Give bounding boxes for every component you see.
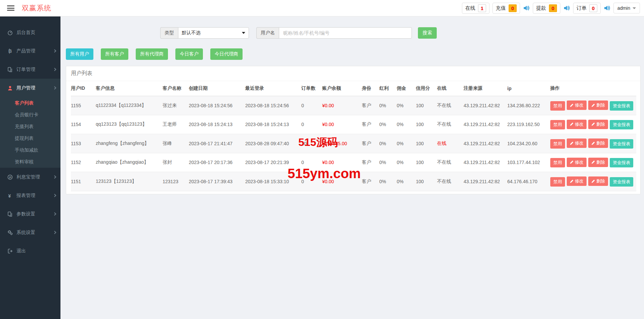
fund-report-button[interactable]: 资金报表 bbox=[610, 177, 633, 187]
cell-orders: 0 bbox=[301, 115, 322, 134]
menu-icon[interactable] bbox=[7, 5, 14, 11]
search-form: 类型 默认不选 用户名 搜索 bbox=[160, 27, 437, 39]
delete-button[interactable]: 删除 bbox=[588, 176, 608, 186]
table-header-row: 用户ID 客户信息 客户名称 创建日期 最近登录 订单数 账户余额 身份 红利 … bbox=[71, 81, 636, 96]
cell-balance: ¥0.00 bbox=[322, 115, 362, 134]
col-role: 身份 bbox=[362, 81, 379, 96]
sidebar-subitem-label: 手动加减款 bbox=[15, 147, 38, 153]
cell-source: 43.129.211.42:82 bbox=[464, 115, 507, 134]
sidebar-subitem-data-review[interactable]: 资料审核 bbox=[0, 156, 60, 168]
all-customers-button[interactable]: 所有客户 bbox=[101, 48, 128, 60]
online-stat[interactable]: 在线 1 bbox=[462, 3, 489, 14]
cell-commission: 0% bbox=[397, 153, 416, 172]
type-label: 类型 bbox=[160, 27, 178, 39]
today-agents-button[interactable]: 今日代理商 bbox=[210, 48, 243, 60]
user-icon bbox=[7, 85, 13, 91]
type-select[interactable]: 默认不选 bbox=[178, 27, 249, 39]
pencil-icon bbox=[591, 122, 595, 126]
svg-text:B: B bbox=[8, 48, 12, 54]
chevron-right-icon bbox=[53, 212, 56, 216]
recharge-stat-value: 0 bbox=[509, 4, 517, 12]
cell-bonus: 0% bbox=[379, 153, 397, 172]
sidebar-item-system[interactable]: 系统设置 bbox=[0, 223, 60, 242]
disable-button[interactable]: 禁用 bbox=[550, 158, 565, 167]
sidebar-item-products[interactable]: B 产品管理 bbox=[0, 42, 60, 60]
edit-button[interactable]: 修改 bbox=[567, 158, 587, 167]
sidebar-item-users[interactable]: 用户管理 bbox=[0, 79, 60, 97]
recharge-speaker-icon[interactable] bbox=[523, 5, 530, 11]
cell-role: 客户 bbox=[362, 115, 379, 134]
order-speaker-icon[interactable] bbox=[604, 5, 610, 11]
cell-online: 在线 bbox=[437, 134, 464, 153]
sidebar-subitem-member-bankcard[interactable]: 会员银行卡 bbox=[0, 109, 60, 121]
fund-report-button[interactable]: 资金报表 bbox=[610, 158, 633, 167]
fund-report-button[interactable]: 资金报表 bbox=[610, 101, 633, 111]
cell-balance: ¥0.00 bbox=[322, 172, 362, 191]
sidebar-item-interest[interactable]: P 利息宝管理 bbox=[0, 168, 60, 186]
fund-report-button[interactable]: 资金报表 bbox=[610, 120, 633, 129]
pencil-icon bbox=[570, 160, 573, 164]
cell-credit: 100 bbox=[416, 115, 437, 134]
edit-button[interactable]: 修改 bbox=[567, 138, 587, 148]
all-agents-button[interactable]: 所有代理商 bbox=[136, 48, 168, 60]
disable-button[interactable]: 禁用 bbox=[550, 139, 565, 149]
all-users-button[interactable]: 所有用户 bbox=[66, 48, 93, 60]
fund-report-button[interactable]: 资金报表 bbox=[610, 139, 633, 149]
order-stat-label: 订单 bbox=[576, 5, 587, 11]
withdraw-speaker-icon[interactable] bbox=[563, 5, 570, 11]
cell-orders: 10 bbox=[301, 134, 322, 153]
edit-button[interactable]: 修改 bbox=[567, 120, 587, 129]
cell-credit: 100 bbox=[416, 96, 437, 115]
cell-ip: 223.119.162.50 bbox=[507, 115, 550, 134]
sidebar-item-label: 报表管理 bbox=[16, 193, 35, 199]
disable-button[interactable]: 禁用 bbox=[550, 177, 565, 187]
disable-button[interactable]: 禁用 bbox=[550, 120, 565, 129]
delete-button[interactable]: 删除 bbox=[588, 138, 608, 148]
search-button[interactable]: 搜索 bbox=[418, 27, 437, 39]
order-stat[interactable]: 订单 0 bbox=[573, 3, 601, 14]
sidebar-item-params[interactable]: 参数设置 bbox=[0, 205, 60, 223]
sidebar-subitem-customer-list[interactable]: 客户列表 bbox=[0, 97, 60, 109]
sidebar-item-reports[interactable]: ¥ 报表管理 bbox=[0, 186, 60, 205]
sidebar-item-logout[interactable]: 退出 bbox=[0, 242, 60, 260]
svg-text:P: P bbox=[9, 175, 11, 179]
cell-actions: 禁用修改删除资金报表 bbox=[550, 115, 636, 134]
online-stat-label: 在线 bbox=[465, 5, 475, 11]
chevron-down-icon bbox=[242, 32, 245, 34]
withdraw-stat[interactable]: 提款 0 bbox=[533, 3, 560, 14]
username-input[interactable] bbox=[279, 27, 412, 39]
sidebar-subitem-manual-adjust[interactable]: 手动加减款 bbox=[0, 144, 60, 156]
admin-menu[interactable]: admin bbox=[613, 3, 640, 13]
order-stat-value: 0 bbox=[589, 4, 597, 12]
sidebar-item-orders[interactable]: 订单管理 bbox=[0, 60, 60, 79]
col-customer-info: 客户信息 bbox=[96, 81, 163, 96]
edit-button[interactable]: 修改 bbox=[567, 101, 587, 110]
cell-created: 2023-08-17 21:41:47 bbox=[189, 134, 245, 153]
pencil-icon bbox=[570, 104, 573, 107]
sidebar-item-label: 参数设置 bbox=[16, 211, 35, 217]
dashboard-icon bbox=[7, 30, 13, 35]
delete-button[interactable]: 删除 bbox=[588, 120, 608, 129]
col-credit: 信用分 bbox=[416, 81, 437, 96]
cell-customer-info: zhangqiao【zhangqiao】 bbox=[96, 153, 163, 172]
username-input-group: 用户名 bbox=[256, 27, 412, 39]
cell-balance: ¥498585.00 bbox=[322, 134, 362, 153]
disable-button[interactable]: 禁用 bbox=[550, 101, 565, 111]
today-customers-button[interactable]: 今日客户 bbox=[175, 48, 203, 60]
pencil-icon bbox=[591, 142, 595, 145]
cell-ip: 134.236.80.222 bbox=[507, 96, 550, 115]
cell-bonus: 0% bbox=[379, 96, 397, 115]
delete-button[interactable]: 删除 bbox=[588, 158, 608, 167]
cell-online: 不在线 bbox=[437, 172, 464, 191]
recharge-stat[interactable]: 充值 0 bbox=[492, 3, 520, 14]
sidebar-subitem-recharge-list[interactable]: 充值列表 bbox=[0, 121, 60, 132]
sidebar-subitem-withdraw-list[interactable]: 提现列表 bbox=[0, 132, 60, 144]
cell-commission: 0% bbox=[397, 115, 416, 134]
cell-actions: 禁用修改删除资金报表 bbox=[550, 134, 636, 153]
col-last-login: 最近登录 bbox=[245, 81, 301, 96]
edit-button[interactable]: 修改 bbox=[567, 176, 587, 186]
username-label: 用户名 bbox=[256, 27, 279, 39]
cell-balance: ¥0.00 bbox=[322, 96, 362, 115]
delete-button[interactable]: 删除 bbox=[588, 101, 608, 110]
sidebar-item-dashboard[interactable]: 后台首页 bbox=[0, 23, 60, 42]
